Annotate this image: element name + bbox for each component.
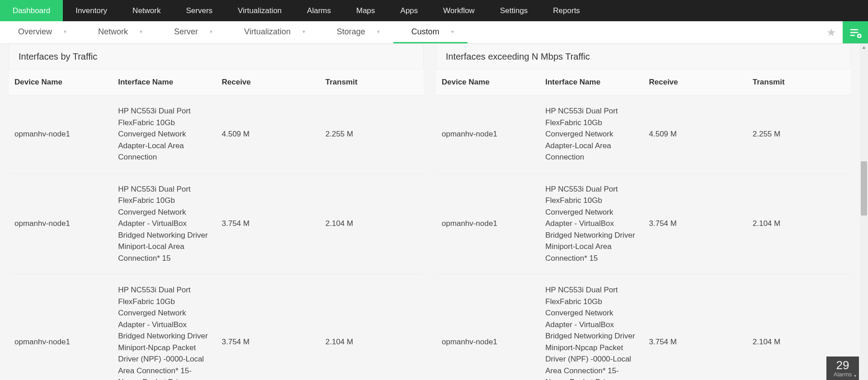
subnav-virtualization[interactable]: Virtualization ▾ (226, 21, 319, 43)
sub-nav: Overview ▾ Network ▾ Server ▾ Virtualiza… (0, 21, 868, 44)
cell-transmit: 2.104 M (747, 173, 851, 274)
subnav-storage[interactable]: Storage ▾ (319, 21, 393, 43)
table-row[interactable]: opmanhv-node1 HP NC553i Dual Port FlexFa… (436, 173, 851, 274)
table-header-row: Device Name Interface Name Receive Trans… (436, 70, 851, 95)
chevron-down-icon: ▾ (302, 28, 305, 35)
col-device-name[interactable]: Device Name (436, 70, 540, 95)
subnav-item-label: Network (98, 27, 128, 37)
cell-interface: HP NC553i Dual Port FlexFabric 10Gb Conv… (113, 95, 216, 174)
cell-device: opmanhv-node1 (9, 95, 113, 174)
cell-interface: HP NC553i Dual Port FlexFabric 10Gb Conv… (113, 274, 216, 380)
subnav-item-label: Storage (337, 27, 365, 37)
dashboard-content: Interfaces by Traffic Device Name Interf… (0, 44, 860, 380)
topnav-inventory[interactable]: Inventory (63, 0, 120, 21)
col-receive[interactable]: Receive (217, 70, 320, 95)
topnav-workflow[interactable]: Workflow (430, 0, 487, 21)
chevron-down-icon: ▾ (377, 28, 380, 35)
cell-interface: HP NC553i Dual Port FlexFabric 10Gb Conv… (540, 95, 643, 174)
subnav-network[interactable]: Network ▾ (80, 21, 156, 43)
scroll-up-icon: ▲ (860, 45, 868, 50)
cell-device: opmanhv-node1 (436, 274, 540, 380)
topnav-dashboard[interactable]: Dashboard (0, 0, 63, 21)
topnav-servers[interactable]: Servers (173, 0, 225, 21)
scrollbar-thumb[interactable] (861, 161, 867, 216)
subnav-item-label: Virtualization (244, 27, 291, 37)
cell-device: opmanhv-node1 (436, 173, 540, 274)
vertical-scrollbar[interactable]: ▲ (860, 44, 868, 380)
col-interface-name[interactable]: Interface Name (113, 70, 216, 95)
panel-interfaces-exceeding: Interfaces exceeding N Mbps Traffic Devi… (436, 44, 851, 380)
cell-transmit: 2.255 M (747, 95, 851, 174)
topnav-reports[interactable]: Reports (540, 0, 593, 21)
cell-receive: 4.509 M (644, 95, 747, 174)
chevron-down-icon: ▾ (64, 28, 66, 35)
topnav-network[interactable]: Network (120, 0, 173, 21)
chevron-down-icon: ▾ (854, 373, 856, 378)
subnav-item-label: Server (174, 27, 198, 37)
alarms-count: 29 (836, 359, 849, 371)
col-receive[interactable]: Receive (644, 70, 747, 95)
topnav-maps[interactable]: Maps (344, 0, 388, 21)
table-row[interactable]: opmanhv-node1 HP NC553i Dual Port FlexFa… (9, 95, 424, 174)
col-device-name[interactable]: Device Name (9, 70, 113, 95)
subnav-overview[interactable]: Overview ▾ (0, 21, 80, 43)
table-row[interactable]: opmanhv-node1 HP NC553i Dual Port FlexFa… (9, 274, 424, 380)
cell-receive: 3.754 M (217, 274, 320, 380)
table-row[interactable]: opmanhv-node1 HP NC553i Dual Port FlexFa… (9, 173, 424, 274)
cell-device: opmanhv-node1 (9, 274, 113, 380)
col-transmit[interactable]: Transmit (747, 70, 851, 95)
interfaces-table: Device Name Interface Name Receive Trans… (9, 70, 424, 380)
alarms-badge[interactable]: 29 Alarms ▾ (826, 357, 859, 380)
list-plus-icon (849, 26, 862, 39)
subnav-custom[interactable]: Custom ▾ (393, 21, 467, 43)
interfaces-table: Device Name Interface Name Receive Trans… (436, 70, 851, 380)
star-icon: ★ (826, 26, 836, 39)
panel-title: Interfaces exceeding N Mbps Traffic (436, 44, 851, 70)
chevron-down-icon: ▾ (210, 28, 212, 35)
favorite-button[interactable]: ★ (820, 21, 843, 43)
topnav-apps[interactable]: Apps (388, 0, 431, 21)
cell-receive: 3.754 M (644, 274, 747, 380)
panel-interfaces-by-traffic: Interfaces by Traffic Device Name Interf… (9, 44, 424, 380)
table-row[interactable]: opmanhv-node1 HP NC553i Dual Port FlexFa… (436, 95, 851, 174)
table-header-row: Device Name Interface Name Receive Trans… (9, 70, 424, 95)
cell-interface: HP NC553i Dual Port FlexFabric 10Gb Conv… (540, 173, 643, 274)
subnav-item-label: Overview (18, 27, 52, 37)
cell-receive: 4.509 M (217, 95, 320, 174)
col-interface-name[interactable]: Interface Name (540, 70, 643, 95)
spacer (467, 21, 820, 43)
col-transmit[interactable]: Transmit (320, 70, 424, 95)
topnav-virtualization[interactable]: Virtualization (225, 0, 294, 21)
alarms-label: Alarms (834, 371, 852, 378)
chevron-down-icon: ▾ (451, 28, 454, 35)
panel-title: Interfaces by Traffic (9, 44, 424, 70)
cell-device: opmanhv-node1 (436, 95, 540, 174)
cell-receive: 3.754 M (217, 173, 320, 274)
top-nav: Dashboard Inventory Network Servers Virt… (0, 0, 868, 21)
cell-device: opmanhv-node1 (9, 173, 113, 274)
cell-interface: HP NC553i Dual Port FlexFabric 10Gb Conv… (113, 173, 216, 274)
cell-transmit: 2.104 M (320, 274, 424, 380)
cell-receive: 3.754 M (644, 173, 747, 274)
add-widget-button[interactable] (843, 21, 868, 43)
table-row[interactable]: opmanhv-node1 HP NC553i Dual Port FlexFa… (436, 274, 851, 380)
cell-transmit: 2.104 M (320, 173, 424, 274)
cell-interface: HP NC553i Dual Port FlexFabric 10Gb Conv… (540, 274, 643, 380)
topnav-alarms[interactable]: Alarms (294, 0, 344, 21)
topnav-settings[interactable]: Settings (487, 0, 540, 21)
subnav-server[interactable]: Server ▾ (156, 21, 226, 43)
cell-transmit: 2.255 M (320, 95, 424, 174)
subnav-item-label: Custom (411, 27, 439, 37)
chevron-down-icon: ▾ (140, 28, 142, 35)
